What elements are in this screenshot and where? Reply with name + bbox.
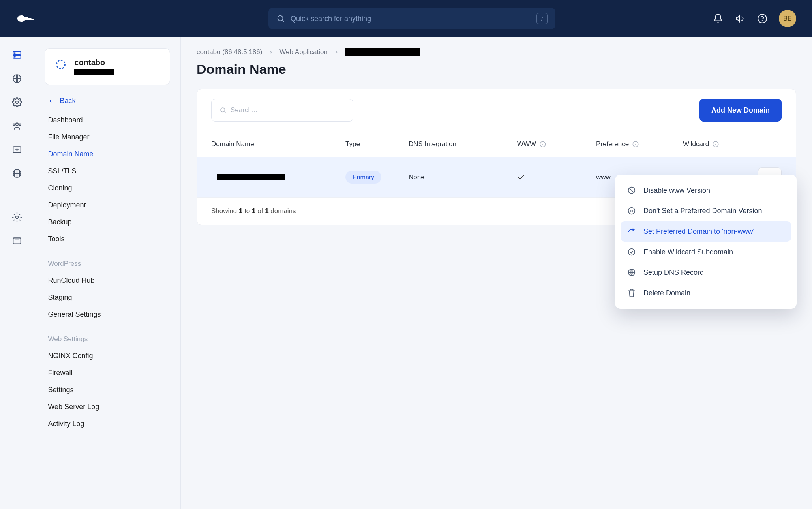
sidebar-item-web-server-log[interactable]: Web Server Log bbox=[48, 403, 170, 411]
menu-set-preferred-nonwww[interactable]: Set Preferred Domain to 'non-www' bbox=[621, 221, 791, 242]
ban-icon bbox=[627, 186, 636, 195]
footer-total: 1 bbox=[265, 207, 268, 215]
menu-label: Enable Wildcard Subdomain bbox=[643, 248, 733, 256]
breadcrumb: contabo (86.48.5.186) Web Application bbox=[197, 48, 796, 56]
menu-setup-dns[interactable]: Setup DNS Record bbox=[621, 262, 791, 283]
search-icon bbox=[219, 107, 227, 114]
sidebar-heading-web-settings: Web Settings bbox=[48, 335, 170, 343]
rail-team-icon[interactable] bbox=[11, 120, 23, 132]
sidebar-item-domain-name[interactable]: Domain Name bbox=[48, 150, 170, 158]
redirect-icon bbox=[627, 227, 636, 236]
help-icon[interactable] bbox=[757, 13, 768, 24]
sidebar-item-general-settings[interactable]: General Settings bbox=[48, 310, 170, 319]
domain-search[interactable] bbox=[211, 99, 353, 122]
info-icon[interactable] bbox=[712, 141, 719, 148]
rail-archive-icon[interactable] bbox=[11, 235, 23, 247]
domain-table: Domain Name Type DNS Integration WWW Pre… bbox=[197, 131, 796, 225]
sidebar-heading-wordpress: WordPress bbox=[48, 260, 170, 268]
bell-icon[interactable] bbox=[713, 13, 724, 24]
logo-icon bbox=[16, 13, 38, 24]
column-www: WWW bbox=[517, 140, 596, 148]
info-icon[interactable] bbox=[539, 141, 546, 148]
check-circle-icon bbox=[627, 247, 636, 257]
sidebar-item-nginx-config[interactable]: NGINX Config bbox=[48, 352, 170, 360]
sidebar-item-cloning[interactable]: Cloning bbox=[48, 184, 170, 192]
svg-point-0 bbox=[278, 16, 283, 21]
server-loading-icon bbox=[55, 59, 66, 70]
sidebar-item-firewall[interactable]: Firewall bbox=[48, 369, 170, 377]
footer-text: of bbox=[256, 207, 265, 215]
cell-dns: None bbox=[409, 173, 517, 181]
footer-text: to bbox=[242, 207, 252, 215]
sidebar-item-deployment[interactable]: Deployment bbox=[48, 201, 170, 209]
menu-dont-set-preferred[interactable]: Don't Set a Preferred Domain Version bbox=[621, 201, 791, 221]
globe-icon bbox=[627, 268, 636, 277]
menu-disable-www[interactable]: Disable www Version bbox=[621, 180, 791, 201]
sidebar-item-file-manager[interactable]: File Manager bbox=[48, 133, 170, 141]
cell-www bbox=[517, 173, 596, 181]
sidebar-item-tools[interactable]: Tools bbox=[48, 235, 170, 243]
check-icon bbox=[517, 173, 596, 181]
svg-point-14 bbox=[16, 216, 19, 219]
icon-rail bbox=[0, 37, 34, 509]
svg-point-16 bbox=[57, 60, 65, 69]
page-title: Domain Name bbox=[197, 62, 796, 77]
server-subtitle-redacted bbox=[74, 69, 114, 75]
back-link[interactable]: Back bbox=[48, 97, 170, 105]
rail-gear-icon[interactable] bbox=[11, 96, 23, 108]
add-domain-button[interactable]: Add New Domain bbox=[699, 99, 782, 122]
sidebar-item-runcloud-hub[interactable]: RunCloud Hub bbox=[48, 276, 170, 285]
sidebar-item-activity-log[interactable]: Activity Log bbox=[48, 420, 170, 428]
sidebar-item-dashboard[interactable]: Dashboard bbox=[48, 116, 170, 124]
back-label: Back bbox=[60, 97, 75, 105]
global-search[interactable]: / bbox=[268, 8, 555, 29]
menu-enable-wildcard[interactable]: Enable Wildcard Subdomain bbox=[621, 242, 791, 262]
menu-label: Delete Domain bbox=[643, 289, 690, 297]
chevron-left-icon bbox=[48, 98, 53, 104]
footer-from: 1 bbox=[239, 207, 242, 215]
rail-globe-icon[interactable] bbox=[11, 73, 23, 85]
svg-point-11 bbox=[19, 124, 21, 126]
avatar[interactable]: BE bbox=[779, 10, 796, 27]
domain-search-input[interactable] bbox=[231, 106, 345, 114]
sidebar-item-settings[interactable]: Settings bbox=[48, 386, 170, 394]
menu-label: Setup DNS Record bbox=[643, 269, 704, 277]
info-icon[interactable] bbox=[632, 141, 639, 148]
top-bar: / BE bbox=[0, 0, 812, 37]
breadcrumb-server[interactable]: contabo (86.48.5.186) bbox=[197, 48, 262, 56]
pause-circle-icon bbox=[627, 206, 636, 216]
cell-domain-redacted bbox=[217, 174, 285, 180]
sidebar-item-ssl-tls[interactable]: SSL/TLS bbox=[48, 167, 170, 175]
main-content: contabo (86.48.5.186) Web Application Do… bbox=[181, 37, 812, 509]
column-wildcard-label: Wildcard bbox=[683, 140, 709, 148]
footer-text: Showing bbox=[211, 207, 239, 215]
sidebar-item-backup[interactable]: Backup bbox=[48, 218, 170, 226]
menu-label: Don't Set a Preferred Domain Version bbox=[643, 207, 762, 215]
footer-to: 1 bbox=[252, 207, 255, 215]
table-header: Domain Name Type DNS Integration WWW Pre… bbox=[197, 131, 796, 157]
megaphone-icon[interactable] bbox=[735, 13, 746, 24]
global-search-input[interactable] bbox=[291, 15, 536, 23]
svg-point-26 bbox=[628, 249, 635, 255]
svg-point-1 bbox=[758, 14, 767, 23]
svg-point-2 bbox=[762, 21, 762, 21]
sidebar-item-staging[interactable]: Staging bbox=[48, 293, 170, 302]
svg-rect-15 bbox=[13, 238, 21, 244]
breadcrumb-section[interactable]: Web Application bbox=[279, 48, 328, 56]
keyboard-hint: / bbox=[536, 13, 548, 24]
menu-delete-domain[interactable]: Delete Domain bbox=[621, 283, 791, 303]
row-actions-menu: Disable www Version Don't Set a Preferre… bbox=[615, 175, 797, 309]
search-icon bbox=[276, 14, 285, 23]
rail-settings-icon[interactable] bbox=[11, 211, 23, 223]
rail-servers-icon[interactable] bbox=[11, 49, 23, 61]
type-badge: Primary bbox=[345, 171, 381, 184]
column-wildcard: Wildcard bbox=[683, 140, 758, 148]
rail-inbox-icon[interactable] bbox=[11, 144, 23, 156]
menu-label: Set Preferred Domain to 'non-www' bbox=[643, 227, 754, 236]
server-card[interactable]: contabo bbox=[45, 48, 170, 85]
svg-point-25 bbox=[628, 208, 635, 214]
svg-point-8 bbox=[16, 101, 19, 104]
rail-dns-icon[interactable] bbox=[11, 167, 23, 179]
breadcrumb-app-redacted bbox=[345, 48, 420, 56]
column-domain-name: Domain Name bbox=[211, 140, 345, 148]
